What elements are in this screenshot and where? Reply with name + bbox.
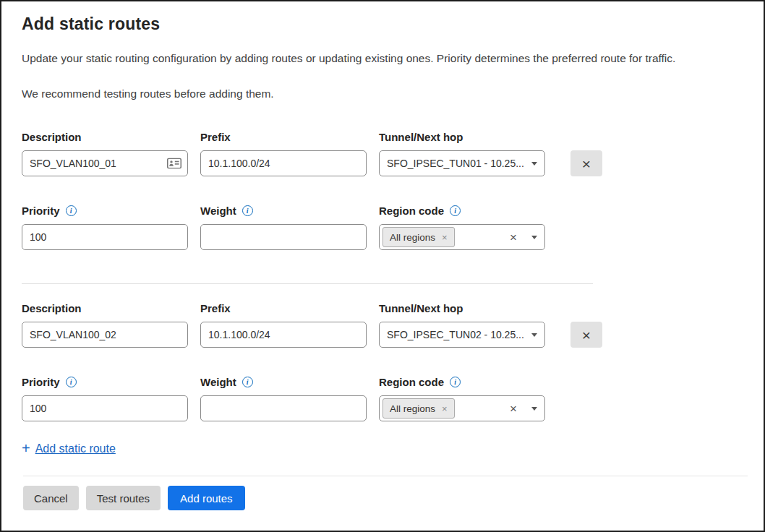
weight-label: Weight: [200, 376, 236, 388]
add-static-route-link[interactable]: + Add static route: [22, 440, 116, 457]
tunnel-select-value: SFO_IPSEC_TUN01 - 10.25...: [387, 158, 526, 169]
priority-input[interactable]: [22, 395, 188, 421]
chevron-down-icon: [531, 333, 537, 337]
priority-field-2: Priority i: [22, 375, 188, 421]
chevron-down-icon: [531, 407, 537, 411]
priority-input[interactable]: [22, 224, 188, 250]
dialog-footer: Cancel Test routes Add routes: [23, 476, 748, 510]
remove-tag-icon[interactable]: ×: [442, 233, 448, 242]
region-multiselect[interactable]: All regions × ×: [379, 224, 545, 250]
route-group-1: Description Prefix: [22, 130, 743, 250]
route-2-top-row: Description Prefix Tunnel/Next hop SFO_I…: [22, 301, 743, 348]
test-routes-button[interactable]: Test routes: [86, 486, 161, 510]
tunnel-label: Tunnel/Next hop: [379, 301, 545, 314]
tunnel-field-2: Tunnel/Next hop SFO_IPSEC_TUN02 - 10.25.…: [379, 301, 545, 348]
info-icon[interactable]: i: [242, 205, 253, 216]
tunnel-select[interactable]: SFO_IPSEC_TUN02 - 10.25...: [379, 322, 545, 348]
region-code-label: Region code: [379, 205, 444, 217]
remove-tag-icon[interactable]: ×: [442, 404, 448, 413]
weight-field-1: Weight i: [200, 204, 367, 250]
description-field-1: Description: [22, 130, 188, 176]
priority-field-1: Priority i: [22, 204, 188, 250]
prefix-field-1: Prefix: [200, 130, 367, 176]
description-label: Description: [22, 301, 188, 314]
clear-selection-icon[interactable]: ×: [510, 231, 526, 244]
tunnel-field-1: Tunnel/Next hop SFO_IPSEC_TUN01 - 10.25.…: [379, 130, 545, 176]
region-field-2: Region code i All regions × ×: [379, 375, 545, 421]
group-divider: [22, 283, 593, 284]
description-input-wrap: [22, 150, 188, 176]
region-tag: All regions ×: [382, 398, 455, 419]
clear-selection-icon[interactable]: ×: [510, 403, 526, 415]
cancel-button[interactable]: Cancel: [23, 486, 79, 510]
priority-label: Priority: [22, 376, 60, 388]
info-icon[interactable]: i: [242, 377, 253, 387]
route-1-top-row: Description Prefix: [22, 130, 743, 176]
tunnel-select-value: SFO_IPSEC_TUN02 - 10.25...: [387, 329, 526, 340]
prefix-field-2: Prefix: [200, 301, 367, 348]
remove-route-button[interactable]: ×: [570, 322, 602, 348]
region-tag-label: All regions: [390, 232, 435, 243]
info-icon[interactable]: i: [450, 205, 461, 216]
prefix-input[interactable]: [200, 322, 367, 348]
route-1-bottom-row: Priority i Weight i Region code i: [22, 204, 743, 250]
weight-field-2: Weight i: [200, 375, 367, 421]
contact-card-icon[interactable]: [167, 158, 181, 169]
info-icon[interactable]: i: [66, 205, 77, 216]
route-2-bottom-row: Priority i Weight i Region code i: [22, 375, 743, 421]
dialog-description: Update your static routing configuration…: [22, 52, 743, 65]
chevron-down-icon: [531, 162, 537, 166]
remove-route-button[interactable]: ×: [570, 150, 602, 176]
prefix-label: Prefix: [200, 301, 367, 314]
region-multiselect[interactable]: All regions × ×: [379, 395, 545, 421]
tunnel-select[interactable]: SFO_IPSEC_TUN01 - 10.25...: [379, 150, 545, 176]
page-title: Add static routes: [22, 14, 743, 34]
description-label: Description: [22, 130, 188, 143]
prefix-label: Prefix: [200, 130, 367, 143]
chevron-down-icon: [531, 236, 537, 239]
info-icon[interactable]: i: [66, 377, 77, 387]
info-icon[interactable]: i: [450, 377, 461, 387]
add-routes-button[interactable]: Add routes: [168, 486, 245, 510]
priority-label: Priority: [22, 205, 60, 217]
add-static-route-label: Add static route: [35, 442, 116, 455]
region-field-1: Region code i All regions × ×: [379, 204, 545, 250]
weight-input[interactable]: [200, 395, 367, 421]
region-tag-label: All regions: [390, 403, 435, 414]
description-input[interactable]: [22, 322, 188, 348]
weight-input[interactable]: [200, 224, 367, 250]
description-input[interactable]: [22, 150, 188, 176]
prefix-input[interactable]: [200, 150, 367, 176]
region-code-label: Region code: [379, 376, 444, 388]
region-tag: All regions ×: [382, 227, 455, 247]
weight-label: Weight: [200, 205, 236, 217]
plus-icon: +: [22, 440, 30, 457]
add-static-routes-dialog: Add static routes Update your static rou…: [0, 0, 765, 532]
dialog-note: We recommend testing routes before addin…: [22, 87, 743, 100]
tunnel-label: Tunnel/Next hop: [379, 130, 545, 143]
route-group-2: Description Prefix Tunnel/Next hop SFO_I…: [22, 301, 743, 421]
description-field-2: Description: [22, 301, 188, 348]
